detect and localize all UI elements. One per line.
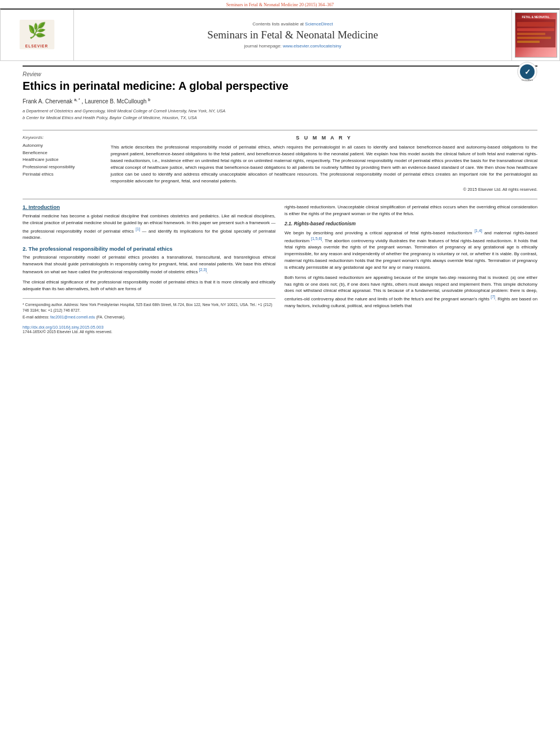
svg-rect-6: [517, 33, 545, 35]
svg-text:CrossMark: CrossMark: [522, 78, 532, 81]
right-column: rights-based reductionism. Unacceptable …: [285, 204, 537, 334]
article-body: 1. Introduction Perinatal medicine has b…: [23, 204, 537, 334]
crossmark-icon: ✓ CrossMark: [517, 62, 537, 82]
subsection-num: 2.1.: [285, 221, 294, 226]
author1-sup: a, *: [74, 98, 80, 102]
ref-14: [1,4]: [474, 229, 482, 233]
keyword-3: Healthcare justice: [23, 156, 102, 164]
keywords-column: Keywords: Autonomy Beneficence Healthcar…: [23, 135, 102, 192]
footnote-star: * Corresponding author. Address: New Yor…: [23, 302, 275, 313]
journal-cover-image: FETAL & NEONATAL: [515, 12, 557, 58]
summary-title: S U M M A R Y: [111, 135, 537, 141]
subsection2-1-para1: We begin by describing and providing a c…: [285, 228, 537, 271]
keywords-title: Keywords:: [23, 135, 102, 140]
article-title: Ethics in perinatal medicine: A global p…: [23, 78, 517, 93]
author2-sup: b: [148, 98, 150, 102]
authors-line: Frank A. Chervenak a, * , Laurence B. Mc…: [23, 98, 517, 104]
summary-section: Keywords: Autonomy Beneficence Healthcar…: [23, 135, 537, 192]
email-link[interactable]: fac2001@med.cornell.edu: [50, 315, 95, 319]
section2-heading: 2. The professional responsibility model…: [23, 246, 275, 252]
section-label: Review: [23, 71, 537, 77]
subsection2-1-para2: Both forms of rights-based reductionism …: [285, 274, 537, 309]
journal-title: Seminars in Fetal & Neonatal Medicine: [207, 29, 378, 41]
keyword-2: Beneficence: [23, 150, 102, 157]
journal-info-center: Contents lists available at ScienceDirec…: [74, 10, 511, 60]
section2-para2: The clinical ethical significance of the…: [23, 279, 275, 292]
journal-cover-area: FETAL & NEONATAL: [511, 10, 559, 60]
section2-num: 2.: [23, 246, 27, 252]
citation-bar: Seminars in Fetal & Neonatal Medicine 20…: [0, 0, 560, 8]
svg-text:✓: ✓: [524, 68, 531, 76]
author1-name: Frank A. Chervenak: [23, 98, 72, 104]
keyword-4: Professional responsibility: [23, 164, 102, 171]
homepage-url[interactable]: www.elsevier.com/locate/siny: [283, 43, 342, 49]
subsection2-1-heading: 2.1. Rights-based reductionism: [285, 221, 537, 226]
elsevier-tree-icon: 🌿 ELSEVIER: [19, 20, 55, 51]
citation-text: Seminars in Fetal & Neonatal Medicine 20…: [226, 2, 334, 7]
svg-rect-8: [517, 41, 540, 43]
svg-rect-4: [517, 22, 554, 27]
cover-decoration: [516, 19, 555, 47]
intro-title-text: Introduction: [29, 204, 60, 210]
keyword-5: Perinatal ethics: [23, 171, 102, 178]
sciencedirect-link[interactable]: ScienceDirect: [305, 21, 333, 27]
summary-column: S U M M A R Y This article describes the…: [111, 135, 537, 192]
divider-2: [23, 199, 537, 199]
intro-paragraph: Perinatal medicine has become a global m…: [23, 213, 275, 241]
footnotes: * Corresponding author. Address: New Yor…: [23, 298, 275, 321]
affiliation1: a Department of Obstetrics and Gynecolog…: [23, 108, 517, 114]
ref-156: [1,5,6]: [311, 237, 322, 241]
svg-text:ELSEVIER: ELSEVIER: [25, 44, 48, 48]
publisher-logo-area: 🌿 ELSEVIER: [1, 10, 74, 60]
elsevier-logo: 🌿 ELSEVIER: [19, 20, 55, 51]
page: Seminars in Fetal & Neonatal Medicine 20…: [0, 0, 560, 747]
keyword-1: Autonomy: [23, 142, 102, 150]
copyright-line: © 2015 Elsevier Ltd. All rights reserved…: [111, 187, 537, 192]
contents-available-text: Contents lists available at ScienceDirec…: [252, 21, 333, 27]
divider-1: [23, 130, 537, 130]
homepage-line: journal homepage: www.elsevier.com/locat…: [244, 43, 341, 49]
ref-23: [2,3]: [199, 268, 207, 272]
crossmark-area: ✓ CrossMark: [517, 62, 537, 83]
summary-body: This article describes the professional …: [111, 144, 537, 185]
subsection-title-text: Rights-based reductionism: [294, 221, 356, 226]
issn-text: 1744-165X/© 2015 Elsevier Ltd. All right…: [23, 330, 275, 334]
footnote-email: E-mail address: fac2001@med.cornell.edu …: [23, 314, 275, 320]
journal-header: 🌿 ELSEVIER Contents lists available at S…: [0, 8, 560, 61]
intro-heading: 1. Introduction: [23, 204, 275, 210]
doi-link[interactable]: http://dx.doi.org/10.1016/j.siny.2015.05…: [23, 325, 275, 330]
author2-name: Laurence B. McCullough: [85, 98, 147, 104]
section2-title-text: The professional responsibility model of…: [29, 246, 173, 252]
svg-rect-5: [517, 28, 554, 31]
affiliations: a Department of Obstetrics and Gynecolog…: [23, 108, 517, 121]
ref-1: [1]: [135, 227, 140, 231]
top-divider: [23, 65, 537, 67]
intro-num: 1.: [23, 204, 27, 210]
left-column: 1. Introduction Perinatal medicine has b…: [23, 204, 275, 334]
main-content: Review Ethics in perinatal medicine: A g…: [0, 61, 560, 339]
affiliation2: b Center for Medical Ethics and Health P…: [23, 115, 517, 121]
svg-rect-7: [517, 37, 551, 39]
svg-text:🌿: 🌿: [28, 21, 47, 40]
right-col-intro: rights-based reductionism. Unacceptable …: [285, 204, 537, 217]
ref-7: [7]: [491, 295, 495, 299]
section2-para1: The professional responsibility model of…: [23, 254, 275, 276]
